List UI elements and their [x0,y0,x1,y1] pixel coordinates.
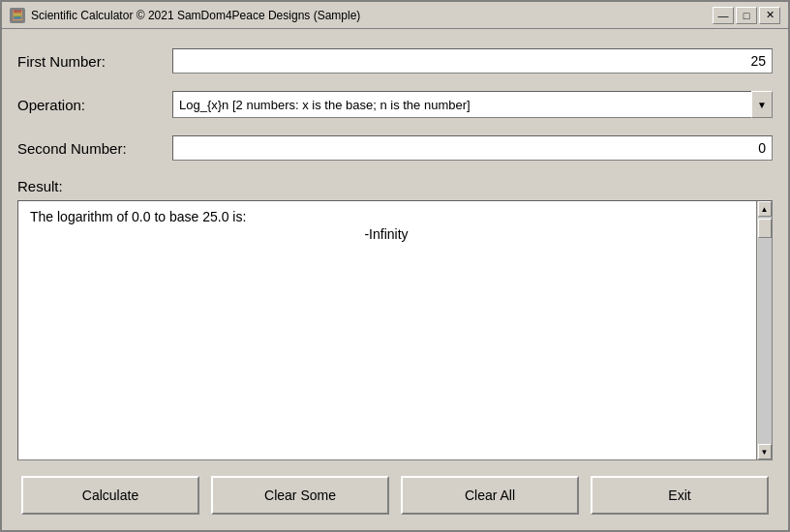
scrollbar-thumb[interactable] [758,219,772,238]
result-box: The logarithm of 0.0 to base 25.0 is: -I… [17,200,773,460]
result-content: The logarithm of 0.0 to base 25.0 is: -I… [30,209,760,242]
main-window: 🧮 Scientific Calculator © 2021 SamDom4Pe… [0,0,790,532]
close-button[interactable]: ✕ [759,7,780,24]
first-number-row: First Number: [17,48,773,74]
result-line2: -Infinity [30,226,743,242]
maximize-button[interactable]: □ [736,7,757,24]
title-bar: 🧮 Scientific Calculator © 2021 SamDom4Pe… [2,2,788,29]
result-label: Result: [17,178,773,194]
second-number-input[interactable] [172,135,773,161]
scrollbar-down-button[interactable]: ▼ [758,444,772,459]
result-scrollbar: ▲ ▼ [756,201,772,459]
first-number-label: First Number: [17,53,172,70]
operation-select[interactable]: Log_{x}n [2 numbers: x is the base; n is… [172,91,773,118]
window-title: Scientific Calculator © 2021 SamDom4Peac… [31,9,713,22]
title-bar-buttons: — □ ✕ [713,7,780,24]
second-number-label: Second Number: [17,140,172,157]
scrollbar-up-button[interactable]: ▲ [758,201,772,217]
clear-some-button[interactable]: Clear Some [211,476,389,515]
result-line1: The logarithm of 0.0 to base 25.0 is: [30,209,743,224]
first-number-input[interactable] [172,48,773,74]
window-content: First Number: Operation: Log_{x}n [2 num… [2,29,788,530]
clear-all-button[interactable]: Clear All [401,476,579,515]
window-icon: 🧮 [10,8,25,23]
minimize-button[interactable]: — [713,7,734,24]
operation-row: Operation: Log_{x}n [2 numbers: x is the… [17,91,773,118]
calculate-button[interactable]: Calculate [21,476,199,515]
operation-label: Operation: [17,97,172,113]
scrollbar-track[interactable] [758,217,772,444]
second-number-row: Second Number: [17,135,773,161]
buttons-row: Calculate Clear Some Clear All Exit [17,476,773,515]
exit-button[interactable]: Exit [591,476,769,515]
operation-select-wrapper: Log_{x}n [2 numbers: x is the base; n is… [172,91,773,118]
